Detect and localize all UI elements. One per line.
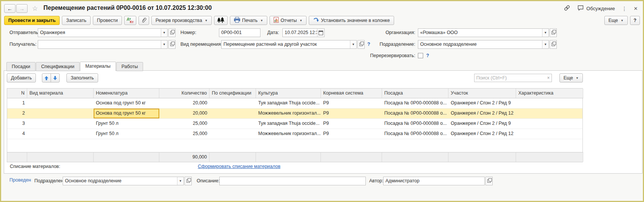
rereserve-checkbox[interactable] (418, 53, 423, 58)
clear-search-icon[interactable]: × (545, 75, 552, 81)
cell-planting[interactable]: Посадка № 0Р00-000088 о... (382, 129, 448, 139)
discussion-button[interactable]: Обсуждение (577, 5, 615, 12)
description-field[interactable] (219, 177, 366, 185)
cell-culture[interactable]: Можжевельник горизонтал... (256, 109, 321, 118)
cell-quantity[interactable]: 20,000 (159, 98, 210, 108)
cell-planting[interactable]: Посадка № 0Р00-000088 о... (382, 98, 448, 108)
forward-button[interactable]: → (16, 4, 28, 13)
cell-plot[interactable]: Оранжерея / Спэн 2 / Ряд 9 (448, 98, 516, 108)
close-icon[interactable]: × (634, 6, 638, 11)
cell-by_spec[interactable] (210, 98, 256, 108)
receiver-field[interactable]: ▼ (38, 40, 176, 49)
column-header-planting[interactable]: Посадка (382, 89, 448, 98)
search-input[interactable] (475, 75, 545, 81)
back-button[interactable]: ← (4, 4, 15, 13)
date-field[interactable]: 10.07.2025 12:30: (282, 28, 325, 37)
cell-plot[interactable]: Оранжерея / Спэн 2 / Ряд 9 (448, 119, 516, 129)
write-button[interactable]: Записать (62, 16, 90, 25)
cell-material_type[interactable] (27, 119, 94, 129)
cell-quantity[interactable]: 20,000 (159, 109, 210, 118)
column-header-quantity[interactable]: Количество (159, 89, 210, 98)
dropdown-icon[interactable]: ▼ (161, 40, 167, 48)
cell-characteristic[interactable] (516, 119, 583, 129)
production-reserve-button[interactable]: Резерв производства▼ (151, 16, 212, 25)
tab-Посадки[interactable]: Посадки (6, 62, 35, 71)
cell-characteristic[interactable] (516, 98, 583, 108)
cell-root_system[interactable]: P9 (321, 109, 382, 118)
column-header-by_spec[interactable]: По спецификации (210, 89, 256, 98)
cell-nomenclature[interactable]: Грунт 50 л (94, 129, 159, 139)
cell-n[interactable]: 2 (7, 109, 27, 118)
cell-quantity[interactable]: 25,000 (159, 129, 210, 139)
open-icon[interactable] (550, 40, 557, 49)
cell-plot[interactable]: Оранжерея / Спэн 2 / Ряд 12 (448, 109, 516, 118)
sender-field[interactable]: Оранжерея▼ (38, 28, 176, 37)
cell-culture[interactable]: Можжевельник горизонтал... (256, 129, 321, 139)
table-row[interactable]: 4Грунт 50 л25,000Можжевельник горизонтал… (7, 129, 582, 139)
dropdown-icon[interactable]: ▼ (161, 29, 167, 37)
open-icon[interactable] (185, 177, 192, 185)
cell-culture[interactable]: Туя западная Thuja occide... (256, 98, 321, 108)
move-down-button[interactable] (51, 73, 60, 82)
tab-Работы[interactable]: Работы (116, 62, 143, 71)
cell-root_system[interactable]: P9 (321, 98, 382, 108)
column-header-nomenclature[interactable]: Номенклатура (94, 89, 159, 98)
open-icon[interactable] (168, 28, 176, 37)
column-header-plot[interactable]: Участок (448, 89, 516, 98)
status-department-field[interactable]: Основное подразделение▼ (63, 177, 192, 185)
favorite-star-icon[interactable]: ☆ (32, 5, 38, 12)
author-field[interactable]: Администратор (383, 177, 493, 185)
cell-material_type[interactable] (27, 129, 94, 139)
cell-culture[interactable]: Туя западная Thuja occide... (256, 119, 321, 129)
cell-n[interactable]: 3 (7, 119, 27, 129)
table-row[interactable]: 3Грунт 50 л25,000Туя западная Thuja occi… (7, 119, 582, 129)
add-row-button[interactable]: Добавить (7, 73, 36, 82)
tab-Спецификации[interactable]: Спецификации (36, 62, 80, 71)
cell-quantity[interactable]: 25,000 (159, 119, 210, 129)
cell-material_type[interactable] (27, 98, 94, 108)
post-and-close-button[interactable]: Провести и закрыть (4, 16, 60, 25)
open-icon[interactable] (485, 177, 493, 185)
cell-root_system[interactable]: P9 (321, 129, 382, 139)
link-icon[interactable] (564, 5, 570, 12)
attachments-button[interactable] (139, 16, 149, 25)
dropdown-icon[interactable]: ▼ (542, 29, 548, 37)
cell-plot[interactable]: Оранжерея / Спэн 2 / Ряд 12 (448, 129, 516, 139)
help-button[interactable]: ? (630, 16, 640, 25)
open-icon[interactable] (550, 28, 557, 37)
plants-button[interactable] (214, 16, 228, 25)
rereserve-help[interactable]: ? (426, 51, 429, 60)
post-button[interactable]: Провести (93, 16, 122, 25)
cell-material_type[interactable] (27, 109, 94, 118)
column-header-n[interactable]: N (7, 89, 27, 98)
cell-n[interactable]: 4 (7, 129, 27, 139)
movement-type-field[interactable]: Перемещение растений на другой участок▼ (221, 40, 365, 49)
number-field[interactable]: 0Р00-001 (219, 28, 260, 37)
open-icon[interactable] (168, 40, 176, 49)
column-header-root_system[interactable]: Корневая система (321, 89, 382, 98)
column-header-culture[interactable]: Культура (256, 89, 321, 98)
cell-planting[interactable]: Посадка № 0Р00-000088 о... (382, 119, 448, 129)
cell-characteristic[interactable] (516, 129, 583, 139)
cell-root_system[interactable]: P9 (321, 119, 382, 129)
table-row[interactable]: 2Основа под грунт 50 кг20,000Можжевельни… (7, 109, 582, 119)
fill-button[interactable]: Заполнить (66, 73, 98, 82)
dropdown-icon[interactable]: ▼ (350, 40, 356, 48)
set-column-value-button[interactable]: Установить значение в колонке (309, 16, 394, 25)
more-button[interactable]: Еще▼ (604, 16, 628, 25)
reports-button[interactable]: Отчеты▼ (270, 16, 307, 25)
department-field[interactable]: Основное подразделение▼ (418, 40, 557, 49)
dtkt-button[interactable]: ДтКт (124, 16, 136, 25)
more-dots-icon[interactable]: ⋮ (622, 6, 627, 12)
cell-nomenclature[interactable]: Основа под грунт 50 кг (94, 109, 159, 118)
table-row[interactable]: 1Основа под грунт 50 кг20,000Туя западна… (7, 98, 582, 109)
cell-planting[interactable]: Посадка № 0Р00-000088 о... (382, 109, 448, 118)
cell-by_spec[interactable] (210, 119, 256, 129)
cell-n[interactable]: 1 (7, 98, 27, 108)
column-header-material_type[interactable]: Вид материала (27, 89, 94, 98)
dropdown-icon[interactable]: ▼ (177, 177, 183, 185)
cell-nomenclature[interactable]: Грунт 50 л (94, 119, 159, 129)
cell-nomenclature[interactable]: Основа под грунт 50 кг (94, 98, 159, 108)
column-header-characteristic[interactable]: Характеристика (516, 89, 583, 98)
print-button[interactable]: Печать▼ (230, 16, 267, 25)
